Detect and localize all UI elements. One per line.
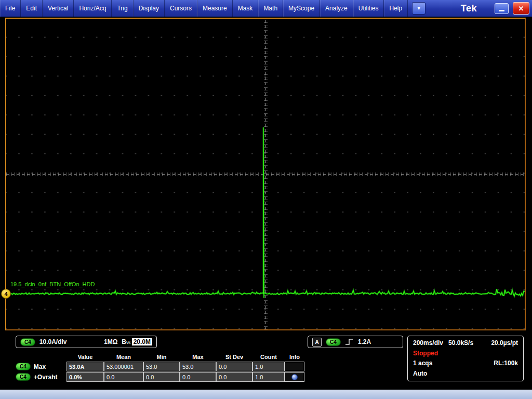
channel-impedance: 1MΩ (104, 338, 117, 345)
cell-max: 0.0 (180, 372, 216, 382)
trigger-mode: Auto (413, 369, 427, 379)
menu-item-vertical[interactable]: Vertical (43, 0, 74, 17)
tek-logo: Tek (461, 3, 477, 14)
cell-stdev: 0.0 (216, 372, 252, 382)
cell-value: 53.0A (66, 362, 104, 371)
channel-scale: 10.0A/div (39, 338, 67, 345)
cell-count: 1.0 (252, 372, 285, 382)
close-button[interactable]: ✕ (513, 2, 529, 15)
trigger-level: 1.2A (358, 338, 371, 345)
menu-item-file[interactable]: File (0, 0, 21, 17)
bandwidth-prefix: B (122, 338, 126, 345)
menu-item-edit[interactable]: Edit (21, 0, 43, 17)
resolution: 20.0µs/pt (491, 338, 518, 348)
header-info: Info (285, 352, 304, 362)
menu-item-cursors[interactable]: Cursors (165, 0, 197, 17)
cell-count: 1.0 (252, 362, 285, 371)
channel-badge: C4 (20, 338, 35, 346)
header-mean: Mean (104, 352, 143, 362)
row-channel-badge: C4 (16, 373, 31, 381)
measurement-name: +Ovrsht (34, 374, 58, 381)
menu-item-mask[interactable]: Mask (233, 0, 259, 17)
cell-mean: 0.0 (104, 372, 143, 382)
info-indicator-icon (291, 374, 298, 380)
cell-value: 0.0% (66, 372, 104, 382)
close-icon: ✕ (518, 5, 524, 12)
menu-item-myscope[interactable]: MyScope (283, 0, 320, 17)
menu-items: FileEditVerticalHoriz/AcqTrigDisplayCurs… (0, 0, 408, 17)
header-min: Min (143, 352, 180, 362)
menu-item-utilities[interactable]: Utilities (353, 0, 384, 17)
acquisition-state: Stopped (413, 349, 438, 358)
header-stdev: St Dev (216, 352, 252, 362)
cell-max: 53.0 (180, 362, 216, 371)
cell-info[interactable] (285, 362, 304, 371)
cell-info[interactable] (285, 372, 304, 382)
bandwidth-sub: W: (126, 340, 131, 345)
menu-item-math[interactable]: Math (258, 0, 283, 17)
measurement-row-max: C4 Max 53.0A 53.000001 53.0 53.0 0.0 1.0 (16, 362, 304, 372)
menu-item-analyze[interactable]: Analyze (320, 0, 353, 17)
graticule: 19.5_dcin_0nf_BTN_OffOn_HDD 4 (5, 18, 526, 330)
cell-mean: 53.000001 (104, 362, 143, 371)
measurement-table: Value Mean Min Max St Dev Count Info C4 … (16, 352, 304, 382)
menu-item-help[interactable]: Help (384, 0, 408, 17)
horizontal-readout: 200ms/div 50.0kS/s 20.0µs/pt Stopped 1 a… (407, 336, 524, 381)
bandwidth-readout: BW:20.0M (122, 338, 152, 345)
menu-item-horiz-acq[interactable]: Horiz/Acq (74, 0, 112, 17)
cell-stdev: 0.0 (216, 362, 252, 371)
channel-4-marker[interactable]: 4 (1, 289, 11, 299)
record-length: RL:100k (494, 358, 518, 368)
menu-item-trig[interactable]: Trig (112, 0, 133, 17)
header-count: Count (252, 352, 285, 362)
desktop-strip (0, 390, 532, 399)
acquisition-count: 1 acqs (413, 358, 432, 368)
menu-bar: FileEditVerticalHoriz/AcqTrigDisplayCurs… (0, 0, 532, 17)
sample-rate: 50.0kS/s (448, 338, 473, 348)
measurement-header-row: Value Mean Min Max St Dev Count Info (16, 352, 304, 362)
menu-item-measure[interactable]: Measure (197, 0, 233, 17)
header-value: Value (66, 352, 104, 362)
row-channel-badge: C4 (16, 363, 31, 370)
menu-dropdown-button[interactable]: ▼ (412, 2, 425, 15)
cell-min: 53.0 (143, 362, 180, 371)
header-max: Max (180, 352, 216, 362)
minimize-button[interactable] (495, 3, 509, 14)
minimize-icon (499, 10, 504, 11)
measurement-row-ovrsht: C4 +Ovrsht 0.0% 0.0 0.0 0.0 0.0 1.0 (16, 372, 304, 382)
cell-min: 0.0 (143, 372, 180, 382)
chevron-down-icon: ▼ (417, 6, 421, 11)
timebase: 200ms/div (413, 338, 443, 348)
menu-bar-right: Tek ✕ (461, 2, 532, 15)
menu-item-display[interactable]: Display (134, 0, 165, 17)
trigger-source-badge: C4 (326, 338, 341, 346)
channel-readout[interactable]: C4 10.0A/div 1MΩ BW:20.0M (16, 336, 157, 348)
bandwidth-value[interactable]: 20.0M (132, 338, 152, 345)
trace-label: 19.5_dcin_0nf_BTN_OffOn_HDD (10, 281, 95, 287)
trigger-mode-badge: A (312, 338, 322, 347)
rising-edge-icon (345, 338, 354, 346)
measurement-name: Max (34, 363, 46, 370)
trigger-readout[interactable]: A C4 1.2A (308, 336, 403, 348)
